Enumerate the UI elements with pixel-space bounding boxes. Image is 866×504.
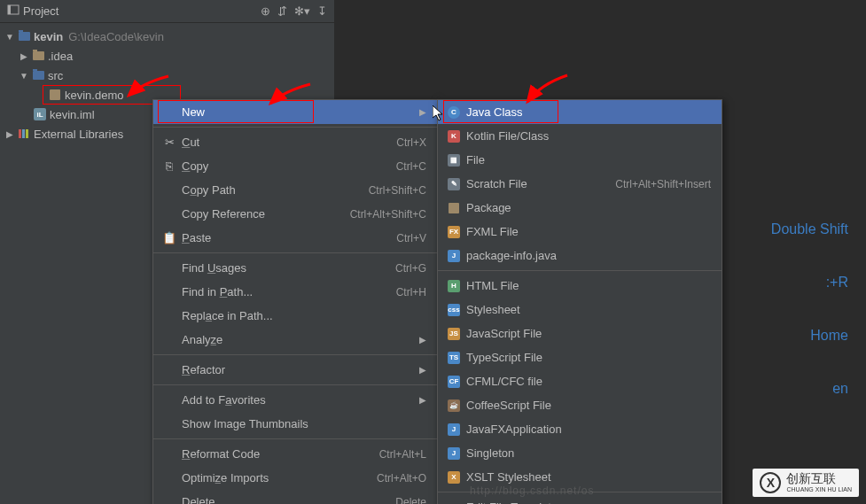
src-label: src xyxy=(48,69,63,82)
kotlin-icon: K xyxy=(445,130,463,143)
tree-root[interactable]: ▼ kevin G:\IdeaCode\kevin xyxy=(0,27,334,46)
module-folder-icon xyxy=(16,32,32,41)
menu-delete[interactable]: Delete... Delete xyxy=(153,490,437,504)
hint-home: Home xyxy=(771,328,848,344)
edit-tmpl-label: Edit File Templates... xyxy=(463,500,714,504)
copy-path-shortcut: Ctrl+Shift+C xyxy=(369,184,430,197)
new-submenu: C Java Class K Kotlin File/Class ▦ File … xyxy=(437,99,722,504)
ts-icon: TS xyxy=(445,352,463,364)
copy-path-label: Copy Path xyxy=(178,183,369,197)
menu-show-thumbnails[interactable]: Show Image Thumbnails xyxy=(153,412,437,436)
svg-rect-3 xyxy=(22,129,25,138)
menu-add-favorites[interactable]: Add to Favorites ▶ xyxy=(153,388,437,412)
expand-arrow-icon[interactable]: ▼ xyxy=(18,71,30,81)
menu-cfml[interactable]: CF CFML/CFC file xyxy=(438,369,722,393)
menu-file[interactable]: ▦ File xyxy=(438,148,722,172)
reformat-shortcut: Ctrl+Alt+L xyxy=(379,448,430,461)
menu-find-usages[interactable]: Find Usages Ctrl+G xyxy=(153,256,437,280)
project-icon xyxy=(7,4,20,19)
optimize-shortcut: Ctrl+Alt+O xyxy=(377,472,430,485)
menu-separator xyxy=(153,354,437,355)
libraries-icon xyxy=(16,128,32,140)
hint-recent: :+R xyxy=(771,275,848,291)
menu-new[interactable]: New ▶ xyxy=(153,100,437,124)
menu-fxml[interactable]: FX FXML File xyxy=(438,220,722,244)
menu-html[interactable]: H HTML File xyxy=(438,274,722,298)
watermark-text-cn: 创新互联 xyxy=(786,472,852,485)
collapse-arrow-icon[interactable]: ▶ xyxy=(18,51,30,61)
singleton-label: Singleton xyxy=(463,446,714,460)
hide-icon[interactable]: ↧ xyxy=(317,4,327,18)
paste-shortcut: Ctrl+V xyxy=(396,232,430,244)
analyze-label: Analyze xyxy=(178,333,419,346)
submenu-arrow-icon: ▶ xyxy=(419,107,430,117)
replace-in-path-label: Replace in Path... xyxy=(178,309,430,322)
scratch-icon: ✎ xyxy=(445,178,463,190)
submenu-arrow-icon: ▶ xyxy=(419,335,430,345)
menu-find-in-path[interactable]: Find in Path... Ctrl+H xyxy=(153,280,437,304)
package-icon xyxy=(47,89,63,100)
ts-label: TypeScript File xyxy=(463,351,714,364)
xslt-icon: X xyxy=(445,471,463,484)
menu-singleton[interactable]: J Singleton xyxy=(438,441,722,465)
tree-src[interactable]: ▼ src xyxy=(0,66,334,85)
menu-analyze[interactable]: Analyze ▶ xyxy=(153,328,437,352)
menu-stylesheet[interactable]: css Stylesheet xyxy=(438,298,722,322)
hint-open: en xyxy=(771,381,848,397)
menu-coffeescript[interactable]: ☕ CoffeeScript File xyxy=(438,393,722,417)
menu-java-class[interactable]: C Java Class xyxy=(438,100,722,124)
copy-ref-shortcut: Ctrl+Alt+Shift+C xyxy=(350,208,430,221)
html-label: HTML File xyxy=(463,279,714,292)
scratch-label: Scratch File xyxy=(463,177,615,190)
iml-label: kevin.iml xyxy=(50,108,95,121)
file-icon: ▦ xyxy=(445,154,463,167)
watermark-icon: X xyxy=(760,472,781,493)
java-file-icon: J xyxy=(445,423,463,436)
fxml-label: FXML File xyxy=(463,225,714,238)
menu-separator xyxy=(153,252,437,253)
locate-icon[interactable]: ⊕ xyxy=(261,4,270,18)
java-class-label: Java Class xyxy=(463,105,714,119)
context-menu: New ▶ ✂ Cut Ctrl+X ⎘ Copy Ctrl+C Copy Pa… xyxy=(152,99,438,504)
gear-icon[interactable]: ✻▾ xyxy=(294,4,310,18)
menu-package[interactable]: Package xyxy=(438,196,722,220)
cfml-icon: CF xyxy=(445,376,463,388)
menu-replace-in-path[interactable]: Replace in Path... xyxy=(153,304,437,328)
menu-reformat[interactable]: Reformat Code Ctrl+Alt+L xyxy=(153,442,437,466)
paste-label: Paste xyxy=(178,231,396,244)
kotlin-label: Kotlin File/Class xyxy=(463,129,714,143)
refactor-label: Refactor xyxy=(178,363,419,376)
expand-arrow-icon[interactable]: ▼ xyxy=(4,32,16,42)
pkginfo-label: package-info.java xyxy=(463,249,714,262)
menu-optimize-imports[interactable]: Optimize Imports Ctrl+Alt+O xyxy=(153,466,437,490)
scissors-icon: ✂ xyxy=(160,136,178,149)
menu-separator xyxy=(153,384,437,385)
menu-javascript[interactable]: JS JavaScript File xyxy=(438,322,722,345)
menu-package-info[interactable]: J package-info.java xyxy=(438,244,722,268)
fxml-icon: FX xyxy=(445,226,463,238)
demo-label: kevin.demo xyxy=(65,89,123,102)
menu-copy[interactable]: ⎘ Copy Ctrl+C xyxy=(153,154,437,178)
menu-separator xyxy=(153,438,437,439)
collapse-arrow-icon[interactable]: ▶ xyxy=(4,129,16,139)
menu-paste[interactable]: 📋 Paste Ctrl+V xyxy=(153,226,437,250)
menu-typescript[interactable]: TS TypeScript File xyxy=(438,345,722,369)
menu-javafx[interactable]: J JavaFXApplication xyxy=(438,417,722,441)
menu-scratch[interactable]: ✎ Scratch File Ctrl+Alt+Shift+Insert xyxy=(438,172,722,196)
javafx-label: JavaFXApplication xyxy=(463,423,714,436)
java-file-icon: J xyxy=(445,250,463,262)
collapse-icon[interactable]: ⇵ xyxy=(277,4,287,18)
menu-kotlin[interactable]: K Kotlin File/Class xyxy=(438,124,722,148)
root-path: G:\IdeaCode\kevin xyxy=(68,30,164,43)
menu-copy-reference[interactable]: Copy Reference Ctrl+Alt+Shift+C xyxy=(153,202,437,226)
js-icon: JS xyxy=(445,328,463,340)
optimize-label: Optimize Imports xyxy=(178,471,377,485)
tree-idea[interactable]: ▶ .idea xyxy=(0,46,334,66)
find-in-path-shortcut: Ctrl+H xyxy=(396,286,430,299)
copy-label: Copy xyxy=(178,159,396,173)
watermark-text-en: CHUANG XIN HU LIAN xyxy=(786,486,852,493)
menu-copy-path[interactable]: Copy Path Ctrl+Shift+C xyxy=(153,178,437,202)
reformat-label: Reformat Code xyxy=(178,447,379,461)
menu-refactor[interactable]: Refactor ▶ xyxy=(153,358,437,382)
menu-cut[interactable]: ✂ Cut Ctrl+X xyxy=(153,130,437,154)
